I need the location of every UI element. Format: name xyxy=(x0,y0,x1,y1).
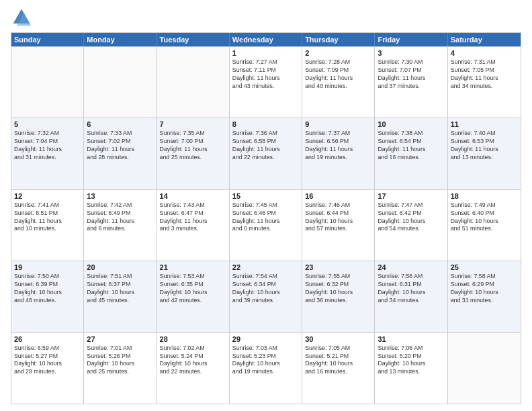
calendar-row: 26Sunrise: 6:59 AM Sunset: 5:27 PM Dayli… xyxy=(11,332,521,404)
calendar-cell: 6Sunrise: 7:33 AM Sunset: 7:02 PM Daylig… xyxy=(84,118,157,189)
cell-info: Sunrise: 7:30 AM Sunset: 7:07 PM Dayligh… xyxy=(378,58,444,91)
cell-day-number: 20 xyxy=(87,263,153,271)
cell-day-number: 14 xyxy=(160,192,226,200)
calendar-cell: 5Sunrise: 7:32 AM Sunset: 7:04 PM Daylig… xyxy=(11,118,84,189)
calendar-cell: 9Sunrise: 7:37 AM Sunset: 6:56 PM Daylig… xyxy=(302,118,375,189)
logo-icon xyxy=(11,7,32,28)
calendar-cell: 23Sunrise: 7:55 AM Sunset: 6:32 PM Dayli… xyxy=(302,261,375,332)
cell-day-number: 18 xyxy=(451,192,518,200)
calendar-cell xyxy=(11,47,84,118)
cell-info: Sunrise: 7:50 AM Sunset: 6:39 PM Dayligh… xyxy=(14,273,81,305)
calendar-row: 5Sunrise: 7:32 AM Sunset: 7:04 PM Daylig… xyxy=(11,118,521,189)
cell-info: Sunrise: 7:37 AM Sunset: 6:56 PM Dayligh… xyxy=(305,130,371,162)
calendar-cell: 22Sunrise: 7:54 AM Sunset: 6:34 PM Dayli… xyxy=(230,261,302,332)
calendar-cell: 8Sunrise: 7:36 AM Sunset: 6:58 PM Daylig… xyxy=(230,118,302,189)
calendar-cell: 29Sunrise: 7:03 AM Sunset: 5:23 PM Dayli… xyxy=(230,333,302,404)
cell-day-number: 13 xyxy=(87,192,153,200)
cell-day-number: 26 xyxy=(14,335,81,343)
cell-info: Sunrise: 7:27 AM Sunset: 7:11 PM Dayligh… xyxy=(232,58,299,91)
calendar-cell: 20Sunrise: 7:51 AM Sunset: 6:37 PM Dayli… xyxy=(84,261,157,332)
cell-info: Sunrise: 7:33 AM Sunset: 7:02 PM Dayligh… xyxy=(87,130,153,162)
calendar-cell xyxy=(157,47,230,118)
calendar-header-cell: Tuesday xyxy=(157,33,230,46)
cell-info: Sunrise: 7:43 AM Sunset: 6:47 PM Dayligh… xyxy=(160,201,226,234)
calendar-cell xyxy=(84,47,157,118)
calendar-header: SundayMondayTuesdayWednesdayThursdayFrid… xyxy=(11,33,521,46)
cell-day-number: 6 xyxy=(87,120,153,128)
calendar: SundayMondayTuesdayWednesdayThursdayFrid… xyxy=(11,32,521,404)
calendar-cell: 13Sunrise: 7:42 AM Sunset: 6:49 PM Dayli… xyxy=(84,190,157,261)
logo xyxy=(11,7,35,28)
cell-info: Sunrise: 7:31 AM Sunset: 7:05 PM Dayligh… xyxy=(451,58,518,91)
calendar-cell: 24Sunrise: 7:56 AM Sunset: 6:31 PM Dayli… xyxy=(375,261,447,332)
cell-day-number: 19 xyxy=(14,263,81,271)
cell-day-number: 2 xyxy=(305,49,371,57)
cell-day-number: 1 xyxy=(232,49,299,57)
cell-day-number: 10 xyxy=(378,120,444,128)
calendar-header-cell: Friday xyxy=(375,33,447,46)
cell-info: Sunrise: 7:55 AM Sunset: 6:32 PM Dayligh… xyxy=(305,273,371,305)
calendar-cell: 2Sunrise: 7:28 AM Sunset: 7:09 PM Daylig… xyxy=(302,47,375,118)
calendar-header-cell: Sunday xyxy=(11,33,84,46)
cell-info: Sunrise: 7:36 AM Sunset: 6:58 PM Dayligh… xyxy=(232,130,299,162)
calendar-cell: 16Sunrise: 7:46 AM Sunset: 6:44 PM Dayli… xyxy=(302,190,375,261)
cell-day-number: 30 xyxy=(305,335,371,343)
cell-day-number: 8 xyxy=(232,120,299,128)
cell-info: Sunrise: 7:01 AM Sunset: 5:26 PM Dayligh… xyxy=(87,345,153,377)
calendar-cell: 11Sunrise: 7:40 AM Sunset: 6:53 PM Dayli… xyxy=(448,118,521,189)
cell-info: Sunrise: 7:47 AM Sunset: 6:42 PM Dayligh… xyxy=(378,201,444,234)
cell-day-number: 25 xyxy=(451,263,518,271)
cell-info: Sunrise: 7:02 AM Sunset: 5:24 PM Dayligh… xyxy=(160,345,226,377)
cell-info: Sunrise: 7:06 AM Sunset: 5:20 PM Dayligh… xyxy=(378,345,444,377)
cell-info: Sunrise: 7:56 AM Sunset: 6:31 PM Dayligh… xyxy=(378,273,444,305)
calendar-header-cell: Saturday xyxy=(448,33,521,46)
calendar-cell: 10Sunrise: 7:38 AM Sunset: 6:54 PM Dayli… xyxy=(375,118,447,189)
calendar-row: 1Sunrise: 7:27 AM Sunset: 7:11 PM Daylig… xyxy=(11,46,521,118)
calendar-cell: 30Sunrise: 7:05 AM Sunset: 5:21 PM Dayli… xyxy=(302,333,375,404)
cell-info: Sunrise: 7:28 AM Sunset: 7:09 PM Dayligh… xyxy=(305,58,371,91)
cell-info: Sunrise: 7:51 AM Sunset: 6:37 PM Dayligh… xyxy=(87,273,153,305)
calendar-row: 19Sunrise: 7:50 AM Sunset: 6:39 PM Dayli… xyxy=(11,261,521,332)
cell-info: Sunrise: 7:58 AM Sunset: 6:29 PM Dayligh… xyxy=(451,273,518,305)
cell-day-number: 21 xyxy=(160,263,226,271)
calendar-body: 1Sunrise: 7:27 AM Sunset: 7:11 PM Daylig… xyxy=(11,46,521,404)
calendar-cell: 25Sunrise: 7:58 AM Sunset: 6:29 PM Dayli… xyxy=(448,261,521,332)
cell-day-number: 4 xyxy=(451,49,518,57)
cell-day-number: 11 xyxy=(451,120,518,128)
calendar-row: 12Sunrise: 7:41 AM Sunset: 6:51 PM Dayli… xyxy=(11,189,521,261)
calendar-cell: 26Sunrise: 6:59 AM Sunset: 5:27 PM Dayli… xyxy=(11,333,84,404)
cell-day-number: 23 xyxy=(305,263,371,271)
cell-info: Sunrise: 7:54 AM Sunset: 6:34 PM Dayligh… xyxy=(232,273,299,305)
cell-day-number: 22 xyxy=(232,263,299,271)
calendar-cell: 21Sunrise: 7:53 AM Sunset: 6:35 PM Dayli… xyxy=(157,261,230,332)
calendar-cell: 4Sunrise: 7:31 AM Sunset: 7:05 PM Daylig… xyxy=(448,47,521,118)
cell-day-number: 29 xyxy=(232,335,299,343)
cell-info: Sunrise: 7:35 AM Sunset: 7:00 PM Dayligh… xyxy=(160,130,226,162)
cell-info: Sunrise: 7:05 AM Sunset: 5:21 PM Dayligh… xyxy=(305,345,371,377)
calendar-cell: 14Sunrise: 7:43 AM Sunset: 6:47 PM Dayli… xyxy=(157,190,230,261)
calendar-cell: 18Sunrise: 7:49 AM Sunset: 6:40 PM Dayli… xyxy=(448,190,521,261)
cell-day-number: 28 xyxy=(160,335,226,343)
cell-day-number: 9 xyxy=(305,120,371,128)
cell-day-number: 31 xyxy=(378,335,444,343)
calendar-cell: 17Sunrise: 7:47 AM Sunset: 6:42 PM Dayli… xyxy=(375,190,447,261)
cell-day-number: 3 xyxy=(378,49,444,57)
cell-info: Sunrise: 7:53 AM Sunset: 6:35 PM Dayligh… xyxy=(160,273,226,305)
calendar-cell: 15Sunrise: 7:45 AM Sunset: 6:46 PM Dayli… xyxy=(230,190,302,261)
cell-info: Sunrise: 7:40 AM Sunset: 6:53 PM Dayligh… xyxy=(451,130,518,162)
calendar-cell: 3Sunrise: 7:30 AM Sunset: 7:07 PM Daylig… xyxy=(375,47,447,118)
cell-info: Sunrise: 7:41 AM Sunset: 6:51 PM Dayligh… xyxy=(14,201,81,234)
cell-info: Sunrise: 6:59 AM Sunset: 5:27 PM Dayligh… xyxy=(14,345,81,377)
calendar-header-cell: Thursday xyxy=(302,33,375,46)
calendar-cell: 12Sunrise: 7:41 AM Sunset: 6:51 PM Dayli… xyxy=(11,190,84,261)
cell-day-number: 15 xyxy=(232,192,299,200)
cell-day-number: 17 xyxy=(378,192,444,200)
cell-day-number: 5 xyxy=(14,120,81,128)
cell-info: Sunrise: 7:42 AM Sunset: 6:49 PM Dayligh… xyxy=(87,201,153,234)
calendar-cell: 28Sunrise: 7:02 AM Sunset: 5:24 PM Dayli… xyxy=(157,333,230,404)
calendar-header-cell: Monday xyxy=(84,33,157,46)
page: SundayMondayTuesdayWednesdayThursdayFrid… xyxy=(0,0,532,411)
cell-info: Sunrise: 7:32 AM Sunset: 7:04 PM Dayligh… xyxy=(14,130,81,162)
cell-day-number: 7 xyxy=(160,120,226,128)
calendar-cell: 1Sunrise: 7:27 AM Sunset: 7:11 PM Daylig… xyxy=(230,47,302,118)
